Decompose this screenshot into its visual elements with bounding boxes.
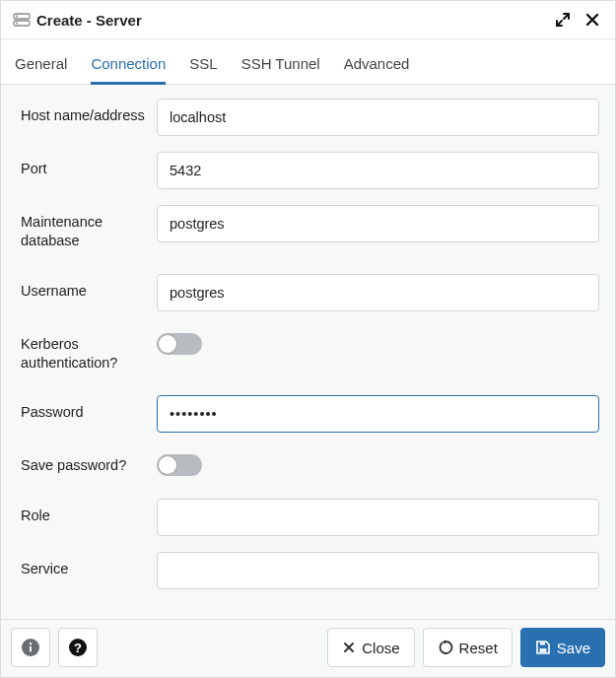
info-icon [21, 638, 40, 657]
close-button-label: Close [362, 640, 399, 656]
row-maintdb: Maintenance database [11, 205, 605, 258]
password-input[interactable] [157, 395, 599, 433]
row-role: Role [11, 499, 605, 536]
service-input[interactable] [157, 552, 599, 589]
row-username: Username [11, 274, 605, 311]
port-input[interactable] [157, 152, 599, 189]
label-kerberos: Kerberos authentication? [11, 327, 157, 380]
tab-general[interactable]: General [15, 47, 67, 85]
titlebar: Create - Server [1, 1, 615, 39]
close-icon[interactable] [582, 9, 603, 31]
host-input[interactable] [157, 99, 599, 136]
svg-rect-10 [540, 643, 545, 645]
svg-rect-5 [30, 646, 32, 652]
row-service: Service [11, 552, 605, 589]
save-icon [535, 640, 551, 655]
help-button[interactable]: ? [58, 628, 98, 667]
kerberos-toggle[interactable] [157, 333, 202, 355]
svg-point-6 [30, 643, 32, 644]
maximize-icon[interactable] [552, 9, 574, 31]
save-button-label: Save [557, 640, 590, 656]
reset-button[interactable]: Reset [423, 628, 513, 667]
reset-button-label: Reset [459, 640, 498, 656]
x-icon [342, 641, 356, 654]
label-savepw: Save password? [11, 448, 157, 483]
row-port: Port [11, 152, 605, 189]
label-password: Password [11, 395, 157, 430]
help-icon: ? [68, 638, 88, 657]
tab-bar: General Connection SSL SSH Tunnel Advanc… [1, 39, 615, 85]
create-server-dialog: Create - Server General Connection SSL S… [0, 0, 616, 678]
row-host: Host name/address [11, 99, 605, 136]
svg-rect-9 [539, 648, 546, 652]
save-button[interactable]: Save [520, 628, 605, 667]
save-password-toggle[interactable] [157, 454, 202, 476]
row-savepw: Save password? [11, 448, 605, 483]
label-role: Role [11, 499, 157, 533]
close-button[interactable]: Close [327, 628, 414, 667]
reset-icon [438, 640, 453, 655]
info-button[interactable] [11, 628, 50, 667]
maintdb-input[interactable] [157, 205, 599, 242]
dialog-footer: ? Close Reset [1, 619, 615, 677]
svg-text:?: ? [74, 641, 82, 655]
svg-point-2 [16, 16, 18, 18]
connection-form: Host name/address Port Maintenance datab… [1, 85, 615, 619]
label-service: Service [11, 552, 157, 586]
username-input[interactable] [157, 274, 599, 311]
row-kerberos: Kerberos authentication? [11, 327, 605, 380]
dialog-title: Create - Server [36, 12, 544, 29]
server-icon [13, 13, 31, 27]
row-password: Password [11, 395, 605, 433]
role-input[interactable] [157, 499, 599, 536]
tab-connection[interactable]: Connection [91, 47, 166, 85]
label-username: Username [11, 274, 157, 308]
label-host: Host name/address [11, 99, 157, 133]
label-port: Port [11, 152, 157, 186]
tab-advanced[interactable]: Advanced [344, 47, 410, 85]
label-maintdb: Maintenance database [11, 205, 157, 258]
svg-point-3 [16, 23, 18, 25]
tab-ssl[interactable]: SSL [189, 47, 217, 85]
tab-ssh-tunnel[interactable]: SSH Tunnel [241, 47, 320, 85]
